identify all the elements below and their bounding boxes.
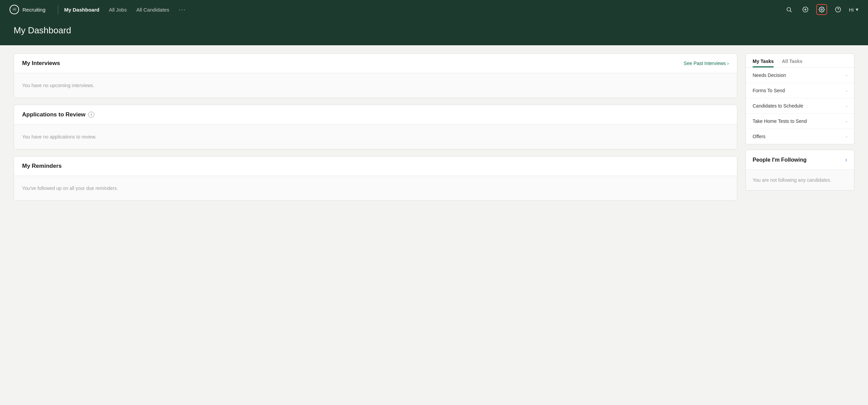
task-item[interactable]: Take Home Tests to Send - xyxy=(746,114,854,129)
logo-icon: ♾ xyxy=(10,5,19,14)
tasks-card: My Tasks All Tasks Needs Decision - Form… xyxy=(745,53,854,144)
nav-more-menu[interactable]: ··· xyxy=(179,6,186,13)
tasks-list: Needs Decision - Forms To Send - Candida… xyxy=(746,68,854,144)
nav-right: Hi ▾ xyxy=(784,4,858,15)
task-value: - xyxy=(846,119,847,124)
nav-links: My Dashboard All Jobs All Candidates ··· xyxy=(64,6,784,13)
task-label: Candidates to Schedule xyxy=(753,103,803,109)
task-label: Forms To Send xyxy=(753,88,785,93)
app-name: Recruiting xyxy=(22,7,46,13)
see-past-arrow: › xyxy=(727,61,729,66)
task-label: Take Home Tests to Send xyxy=(753,118,807,124)
following-empty-message: You are not following any candidates. xyxy=(746,170,854,190)
applications-card-header: Applications to Review i xyxy=(14,105,737,125)
svg-line-1 xyxy=(790,11,791,12)
applications-title: Applications to Review i xyxy=(22,111,94,118)
main-content: My Interviews See Past Interviews › You … xyxy=(0,45,868,209)
nav-link-all-jobs[interactable]: All Jobs xyxy=(109,7,127,13)
left-column: My Interviews See Past Interviews › You … xyxy=(14,53,737,201)
task-label: Needs Decision xyxy=(753,72,786,78)
tab-my-tasks[interactable]: My Tasks xyxy=(753,54,774,67)
following-card: People I'm Following › You are not follo… xyxy=(745,150,854,191)
task-label: Offers xyxy=(753,134,766,139)
following-header: People I'm Following › xyxy=(746,150,854,170)
interviews-card-header: My Interviews See Past Interviews › xyxy=(14,54,737,73)
reminders-card: My Reminders You've followed up on all y… xyxy=(14,156,737,201)
task-value: - xyxy=(846,103,847,109)
top-nav: ♾ Recruiting My Dashboard All Jobs All C… xyxy=(0,0,868,19)
search-button[interactable] xyxy=(784,4,794,15)
tasks-tabs: My Tasks All Tasks xyxy=(746,54,854,68)
reminders-card-header: My Reminders xyxy=(14,157,737,176)
task-value: - xyxy=(846,134,847,139)
user-greeting: Hi xyxy=(849,7,854,13)
page-header: My Dashboard xyxy=(0,19,868,45)
user-dropdown-arrow: ▾ xyxy=(856,6,858,13)
interviews-title: My Interviews xyxy=(22,60,60,67)
task-item[interactable]: Offers - xyxy=(746,129,854,144)
following-title: People I'm Following xyxy=(753,157,806,163)
nav-divider xyxy=(58,5,58,14)
applications-empty-message: You have no applications to review. xyxy=(14,125,737,149)
nav-link-dashboard[interactable]: My Dashboard xyxy=(64,7,99,13)
task-value: - xyxy=(846,73,847,78)
task-item[interactable]: Forms To Send - xyxy=(746,83,854,98)
page-title: My Dashboard xyxy=(14,25,854,36)
tab-all-tasks[interactable]: All Tasks xyxy=(782,54,802,67)
see-past-interviews-link[interactable]: See Past Interviews › xyxy=(684,61,729,66)
task-item[interactable]: Candidates to Schedule - xyxy=(746,98,854,114)
task-item[interactable]: Needs Decision - xyxy=(746,68,854,83)
user-menu[interactable]: Hi ▾ xyxy=(849,6,858,13)
applications-info-icon[interactable]: i xyxy=(88,112,94,118)
task-value: - xyxy=(846,88,847,93)
settings-button[interactable] xyxy=(816,4,827,15)
help-button[interactable] xyxy=(833,4,843,15)
interviews-card: My Interviews See Past Interviews › You … xyxy=(14,53,737,98)
interviews-empty-message: You have no upcoming interviews. xyxy=(14,73,737,98)
applications-card: Applications to Review i You have no app… xyxy=(14,105,737,149)
following-chevron-icon[interactable]: › xyxy=(845,156,847,163)
svg-point-0 xyxy=(787,7,791,11)
svg-point-5 xyxy=(821,9,823,11)
reminders-empty-message: You've followed up on all your due remin… xyxy=(14,176,737,200)
reminders-title: My Reminders xyxy=(22,163,62,169)
add-button[interactable] xyxy=(800,4,811,15)
nav-logo[interactable]: ♾ Recruiting xyxy=(10,5,46,14)
nav-link-all-candidates[interactable]: All Candidates xyxy=(136,7,169,13)
see-past-label: See Past Interviews xyxy=(684,61,726,66)
right-column: My Tasks All Tasks Needs Decision - Form… xyxy=(745,53,854,201)
